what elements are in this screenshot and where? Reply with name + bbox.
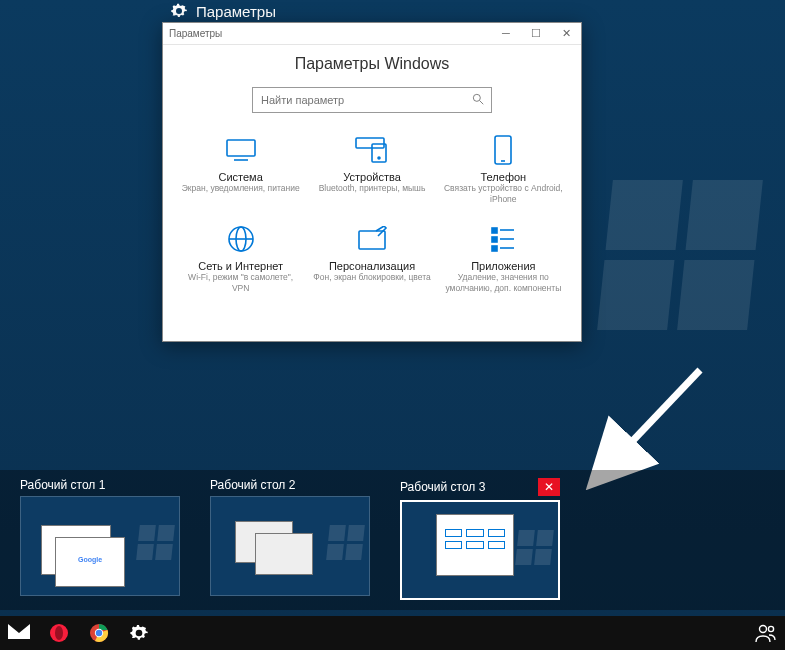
virtual-desktop-3[interactable]: Рабочий стол 3 ✕ [400, 478, 560, 600]
close-button[interactable]: ✕ [551, 27, 581, 40]
svg-rect-4 [356, 138, 384, 148]
titlebar-title: Параметры [169, 28, 222, 39]
svg-line-19 [605, 370, 700, 470]
tile-phone[interactable]: Телефон Связать устройство с Android, iP… [440, 133, 567, 204]
taskbar-people-icon[interactable] [755, 622, 777, 644]
svg-point-25 [760, 626, 767, 633]
tile-devices[interactable]: Устройства Bluetooth, принтеры, мышь [308, 133, 435, 204]
taskbar-settings-icon[interactable] [128, 622, 150, 644]
virtual-desktop-1[interactable]: Рабочий стол 1 Google [20, 478, 180, 596]
apps-icon [440, 222, 567, 256]
globe-icon [177, 222, 304, 256]
taskbar-mail-icon[interactable] [8, 622, 30, 644]
settings-tiles-grid: Система Экран, уведомления, питание Устр… [163, 133, 581, 294]
search-input[interactable] [252, 87, 492, 113]
svg-rect-7 [495, 136, 511, 164]
close-desktop-button[interactable]: ✕ [538, 478, 560, 496]
tile-network[interactable]: Сеть и Интернет Wi-Fi, режим "в самолете… [177, 222, 304, 293]
svg-rect-13 [492, 228, 497, 233]
settings-window[interactable]: Параметры ─ ☐ ✕ Параметры Windows Систем… [162, 22, 582, 342]
vd-label: Рабочий стол 3 [400, 480, 485, 494]
svg-rect-15 [492, 237, 497, 242]
svg-line-1 [480, 101, 484, 105]
vd-thumbnail[interactable] [210, 496, 370, 596]
taskbar-chrome-icon[interactable] [88, 622, 110, 644]
tile-apps[interactable]: Приложения Удаление, значения по умолчан… [440, 222, 567, 293]
vd-label: Рабочий стол 1 [20, 478, 105, 492]
personalization-icon [308, 222, 435, 256]
taskview-window-label: Параметры [170, 2, 276, 20]
settings-heading: Параметры Windows [163, 55, 581, 73]
virtual-desktop-2[interactable]: Рабочий стол 2 [210, 478, 370, 596]
taskbar-opera-icon[interactable] [48, 622, 70, 644]
taskbar[interactable] [0, 616, 785, 650]
windows-logo-watermark [597, 180, 763, 330]
svg-point-24 [96, 630, 102, 636]
vd-thumbnail[interactable] [400, 500, 560, 600]
svg-point-6 [378, 157, 380, 159]
settings-search-box[interactable] [252, 87, 492, 113]
vd-label: Рабочий стол 2 [210, 478, 295, 492]
minimize-button[interactable]: ─ [491, 27, 521, 40]
virtual-desktops-strip: Рабочий стол 1 Google Рабочий стол 2 Раб… [0, 470, 785, 610]
phone-icon [440, 133, 567, 167]
gear-icon [170, 2, 188, 20]
svg-point-0 [473, 94, 480, 101]
search-icon [471, 92, 485, 106]
svg-rect-17 [492, 246, 497, 251]
svg-point-21 [55, 626, 63, 640]
tile-personalization[interactable]: Персонализация Фон, экран блокировки, цв… [308, 222, 435, 293]
window-titlebar[interactable]: Параметры ─ ☐ ✕ [163, 23, 581, 45]
maximize-button[interactable]: ☐ [521, 27, 551, 40]
tile-system[interactable]: Система Экран, уведомления, питание [177, 133, 304, 204]
devices-icon [308, 133, 435, 167]
svg-point-26 [768, 626, 773, 631]
display-icon [177, 133, 304, 167]
vd-thumbnail[interactable]: Google [20, 496, 180, 596]
svg-rect-2 [227, 140, 255, 156]
taskview-window-title: Параметры [196, 3, 276, 20]
